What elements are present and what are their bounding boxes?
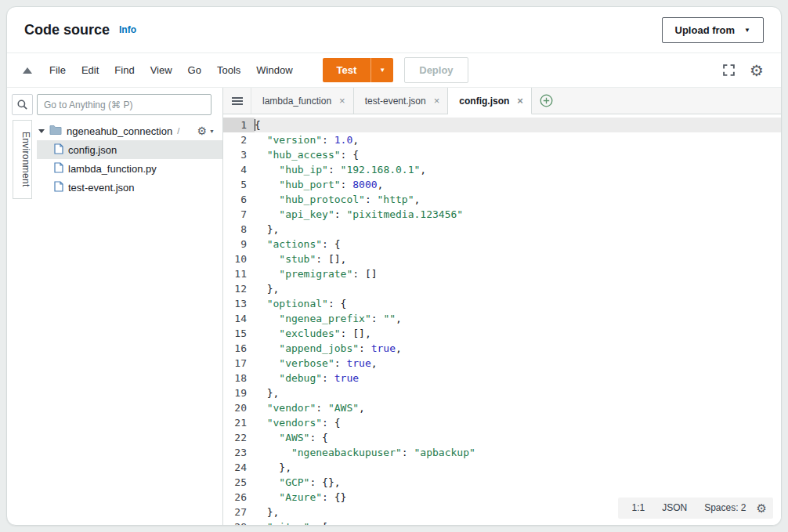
tree-file-item[interactable]: test-event.json <box>37 178 222 197</box>
editor-tab[interactable]: test-event.json × <box>354 88 449 114</box>
line-number[interactable]: 14 <box>223 311 255 326</box>
folder-suffix: / <box>177 126 179 136</box>
file-icon <box>54 143 63 157</box>
editor-tabbar: lambda_function × test-event.json × conf… <box>223 88 781 114</box>
code-line[interactable]: "api_key": "pixitmedia.123456" <box>255 207 781 222</box>
close-icon[interactable]: × <box>339 96 345 106</box>
code-line[interactable]: "hub_protocol": "http", <box>255 192 781 207</box>
line-number[interactable]: 16 <box>223 341 255 356</box>
file-name: lambda_function.py <box>68 163 157 175</box>
test-split-button: Test ▼ <box>323 58 394 82</box>
line-number[interactable]: 21 <box>223 415 255 430</box>
code-line[interactable]: "ngeneabackupuser": "apbackup" <box>255 445 781 460</box>
line-number[interactable]: 27 <box>223 505 255 519</box>
code-line[interactable]: "sites": [ <box>255 519 781 525</box>
code-line[interactable]: "vendor": "AWS", <box>255 400 781 415</box>
line-number[interactable]: 8 <box>223 222 255 237</box>
code-line[interactable]: { <box>255 118 781 132</box>
code-line[interactable]: "stub": [], <box>255 252 781 266</box>
menu-go[interactable]: Go <box>180 60 209 81</box>
line-number[interactable]: 1 <box>223 118 255 132</box>
line-number[interactable]: 17 <box>223 356 255 371</box>
cursor-position[interactable]: 1:1 <box>624 501 652 516</box>
code-line[interactable]: "optional": { <box>255 296 781 311</box>
tree-file-item[interactable]: lambda_function.py <box>37 159 222 178</box>
code-content[interactable]: { "version": 1.0, "hub_access": { "hub_i… <box>255 114 781 525</box>
line-number[interactable]: 6 <box>223 192 255 207</box>
editor-tab[interactable]: config.json × <box>448 88 532 114</box>
menubar-right: ⚙ <box>722 63 770 78</box>
code-line[interactable]: }, <box>255 385 781 400</box>
tree-folder-row[interactable]: ngeneahub_connection / ⚙ ▼ <box>37 121 222 140</box>
fullscreen-icon[interactable] <box>722 63 736 77</box>
collapse-panel-icon[interactable] <box>23 67 32 74</box>
line-number[interactable]: 26 <box>223 490 255 505</box>
code-line[interactable]: "debug": true <box>255 371 781 385</box>
line-number[interactable]: 12 <box>223 281 255 296</box>
line-number[interactable]: 11 <box>223 266 255 281</box>
line-number[interactable]: 22 <box>223 430 255 445</box>
language-mode[interactable]: JSON <box>655 501 694 516</box>
code-line[interactable]: "actions": { <box>255 237 781 252</box>
line-number[interactable]: 15 <box>223 326 255 341</box>
indentation-setting[interactable]: Spaces: 2 <box>697 501 753 516</box>
code-line[interactable]: }, <box>255 222 781 237</box>
line-number[interactable]: 4 <box>223 162 255 177</box>
menu-file[interactable]: File <box>42 60 74 81</box>
menu-window[interactable]: Window <box>248 60 300 81</box>
test-dropdown-caret[interactable]: ▼ <box>371 58 393 82</box>
environment-tab[interactable]: Environment <box>13 120 32 199</box>
settings-gear-icon[interactable]: ⚙ <box>750 63 764 78</box>
code-line[interactable]: }, <box>255 460 781 475</box>
code-line[interactable]: "GCP": {}, <box>255 475 781 490</box>
line-number[interactable]: 3 <box>223 147 255 162</box>
line-number[interactable]: 9 <box>223 237 255 252</box>
editor-tab[interactable]: lambda_function × <box>251 88 354 114</box>
line-number[interactable]: 7 <box>223 207 255 222</box>
code-line[interactable]: "ngenea_prefix": "", <box>255 311 781 326</box>
menu-view[interactable]: View <box>143 60 180 81</box>
line-number[interactable]: 23 <box>223 445 255 460</box>
line-number[interactable]: 10 <box>223 252 255 266</box>
code-line[interactable]: "vendors": { <box>255 415 781 430</box>
tree-file-item[interactable]: config.json <box>37 140 222 159</box>
editor-settings-gear-icon[interactable]: ⚙ <box>757 502 767 514</box>
menu-find[interactable]: Find <box>107 60 142 81</box>
line-number[interactable]: 19 <box>223 385 255 400</box>
line-number[interactable]: 13 <box>223 296 255 311</box>
new-tab-icon[interactable] <box>532 88 562 114</box>
upload-from-button[interactable]: Upload from ▼ <box>662 17 764 43</box>
line-number[interactable]: 28 <box>223 519 255 525</box>
line-number[interactable]: 20 <box>223 400 255 415</box>
code-editor[interactable]: 1234567891011121314151617181920212223242… <box>223 114 781 525</box>
menu-tools[interactable]: Tools <box>209 60 248 81</box>
code-line[interactable]: "excludes": [], <box>255 326 781 341</box>
test-button[interactable]: Test <box>323 58 371 82</box>
line-number[interactable]: 5 <box>223 177 255 192</box>
code-line[interactable]: "hub_access": { <box>255 147 781 162</box>
line-number[interactable]: 18 <box>223 371 255 385</box>
info-link[interactable]: Info <box>119 24 136 35</box>
menu-edit[interactable]: Edit <box>74 60 107 81</box>
line-number[interactable]: 2 <box>223 132 255 147</box>
code-line[interactable]: "hub_port": 8000, <box>255 177 781 192</box>
code-line[interactable]: "hub_ip": "192.168.0.1", <box>255 162 781 177</box>
tab-list-icon[interactable] <box>223 88 251 114</box>
close-icon[interactable]: × <box>434 96 440 106</box>
code-line[interactable]: }, <box>255 281 781 296</box>
sidebar-rail: Environment <box>7 88 37 525</box>
folder-settings-button[interactable]: ⚙ ▼ <box>197 125 223 136</box>
deploy-button[interactable]: Deploy <box>404 57 468 83</box>
code-line[interactable]: "version": 1.0, <box>255 132 781 147</box>
code-line[interactable]: "AWS": { <box>255 430 781 445</box>
go-to-anything-input[interactable] <box>37 94 211 115</box>
code-line[interactable]: "verbose": true, <box>255 356 781 371</box>
gear-icon: ⚙ <box>197 125 208 136</box>
close-icon[interactable]: × <box>517 96 523 106</box>
line-number[interactable]: 24 <box>223 460 255 475</box>
line-number[interactable]: 25 <box>223 475 255 490</box>
code-line[interactable]: "append_jobs": true, <box>255 341 781 356</box>
code-line[interactable]: "premigrate": [] <box>255 266 781 281</box>
search-icon[interactable] <box>12 94 33 115</box>
folder-expand-caret-icon[interactable] <box>38 129 45 133</box>
